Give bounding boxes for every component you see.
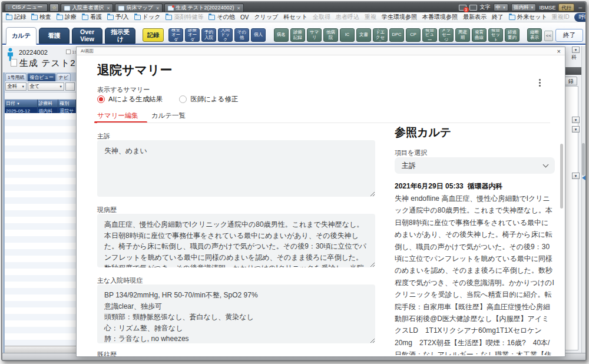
menu-item-refresh[interactable]: 最新表示 xyxy=(463,13,487,21)
proxy-button[interactable]: 代行 xyxy=(558,4,574,11)
health-dock-button[interactable]: 人間ドック xyxy=(218,28,233,42)
document-button[interactable]: 文書 xyxy=(356,28,371,42)
checkbox[interactable] xyxy=(66,49,71,54)
message-button[interactable]: メッセージ xyxy=(439,28,454,42)
type-filter-select[interactable]: 全て▼ xyxy=(28,82,64,91)
care-order-button[interactable]: 診療オーダ xyxy=(185,28,200,42)
patient-id: 20224002 xyxy=(19,49,48,56)
menu-item-pharmacy: 薬剤特健等 xyxy=(166,13,203,21)
menu-item-outpatient-set[interactable]: 外来セット xyxy=(509,13,547,21)
minimize-button[interactable]: – xyxy=(578,4,582,11)
other-order-button[interactable]: その他 xyxy=(234,28,249,42)
menu-item-quit[interactable]: 終了 xyxy=(492,13,504,21)
progress-summary-button[interactable]: 経過要約 xyxy=(505,28,519,42)
ic-button[interactable]: IC xyxy=(340,28,355,42)
dialog-titlebar[interactable]: AI画面 × xyxy=(77,47,565,55)
radio-doctor-edited[interactable]: 医師による修正 xyxy=(179,95,238,104)
cp-button[interactable]: CP xyxy=(406,28,421,42)
menu-item-student-env[interactable]: 学生環境参照 xyxy=(382,13,417,21)
extra-filter-select[interactable] xyxy=(65,82,75,91)
tab-label: 生成 テスト2(20224002) xyxy=(176,4,234,12)
dropdown-stub[interactable]: ▼ xyxy=(572,126,580,133)
partial-tab-record[interactable]: 録 xyxy=(564,77,577,85)
tab-summary-edit[interactable]: サマリー編集 xyxy=(97,111,138,120)
patient-name-checkbox[interactable] xyxy=(11,59,17,67)
department-filter-select[interactable]: 全科▼ xyxy=(5,82,27,91)
dropdown-stub[interactable]: ▼ xyxy=(572,47,580,53)
menubar-right: 外来セット 重複ID 呼吸器内科 xyxy=(509,13,587,22)
column-type[interactable]: 種別 xyxy=(58,100,76,107)
filter-value: 全科 xyxy=(7,83,17,90)
menu-item-other[interactable]: その他 xyxy=(209,13,234,21)
admission-findings-textarea[interactable]: BP 134/92mmHg, HR 50-70/min不整, SpO2 97% … xyxy=(97,284,375,343)
sidebar-tab-sheet1[interactable]: 1号用紙 xyxy=(5,73,27,81)
menu-item-ov[interactable]: OV xyxy=(240,14,249,21)
other-hospital-button[interactable]: 他病院 xyxy=(323,28,338,42)
chief-complaint-textarea[interactable]: 失神、めまい xyxy=(97,140,375,197)
exam-order-button[interactable]: 検査オーダ xyxy=(168,28,183,42)
tab-overview[interactable]: Over View xyxy=(72,28,102,44)
word-excel-button[interactable]: ワードエクセル xyxy=(373,28,388,42)
composite-view-button[interactable]: 複合ビュー xyxy=(422,28,437,42)
menu-item-reserve[interactable]: 予/入 xyxy=(107,13,129,21)
menu-label: 重複 xyxy=(365,13,376,21)
summary-button[interactable]: サマリ xyxy=(307,28,322,42)
sort-icon: ▼ xyxy=(16,102,19,105)
scrollbar-thumb[interactable] xyxy=(582,143,585,176)
close-icon[interactable]: × xyxy=(237,5,240,11)
reserve-admission-button[interactable]: 予約入院 xyxy=(201,28,216,42)
menu-item-dock[interactable]: ドック xyxy=(134,13,161,21)
order-button-group: 検査オーダ 診療オーダ 予約入院 人間ドック その他 個人 xyxy=(168,28,266,44)
record-button[interactable]: 記録 xyxy=(143,28,164,42)
dialog-close-button[interactable]: × xyxy=(557,47,561,55)
column-department[interactable]: 診療科 xyxy=(38,100,59,107)
personal-button[interactable]: 個人 xyxy=(251,28,266,42)
font-size-select[interactable]: 中 ▼ xyxy=(494,4,508,11)
dropdown-stub[interactable]: ▼ xyxy=(572,173,580,179)
sidebar-tab-composite-view[interactable]: 複合ビュー xyxy=(27,73,55,81)
menu-item-prod-env[interactable]: 本番環境参照 xyxy=(422,13,458,21)
menu-item-nursing[interactable]: 看護 xyxy=(82,13,102,21)
menu-item-get-all: 全取得 xyxy=(313,13,330,21)
kebab-menu-icon[interactable] xyxy=(539,78,541,88)
tab-patient-generate[interactable]: 生成 テスト2(20224002) × xyxy=(164,4,243,12)
document-list-empty[interactable] xyxy=(5,113,76,346)
composite-set-button[interactable]: 複合セット xyxy=(488,28,503,42)
present-illness-textarea[interactable]: 高血圧症、慢性心房細動でIクリニック通院中の80歳男性。これまで失神歴なし。 本… xyxy=(97,214,375,267)
column-date[interactable]: 日付 ▼ xyxy=(5,100,38,107)
menu-item-dept-set[interactable]: 科セット xyxy=(283,13,307,21)
sidebar-tab-navi[interactable]: ナビ xyxy=(57,73,71,81)
collapse-button[interactable]: << xyxy=(544,31,553,41)
external-screen-icon[interactable] xyxy=(469,5,477,11)
toolbar: カルテ 看護 Over View 指示受け 記録 検査オーダ 診療オーダ 予約入… xyxy=(2,22,585,45)
menu-item-record[interactable]: 記録 xyxy=(6,13,26,21)
favorite-star-button[interactable]: ☆ xyxy=(49,4,59,12)
close-icon[interactable]: × xyxy=(156,5,159,11)
cis-menu-button[interactable]: ↓ CISメニュー xyxy=(5,4,48,12)
tab-nursing[interactable]: 看護 xyxy=(39,28,70,44)
notifications-icon[interactable]: 3 xyxy=(459,5,466,11)
tab-bed-map[interactable]: 病床マップ × xyxy=(115,4,163,12)
vertical-scrollbar[interactable] xyxy=(581,46,585,353)
close-icon[interactable]: × xyxy=(107,5,110,11)
exit-button[interactable]: 終了 xyxy=(555,29,583,42)
department-select[interactable]: 循内科 ▼ xyxy=(511,4,536,11)
growth-curve-button[interactable]: 発育曲線 xyxy=(472,28,487,42)
menu-item-clip[interactable]: クリップ xyxy=(254,13,278,21)
radio-ai-generated[interactable]: AIによる生成結果 xyxy=(97,95,163,104)
menu-item-exam[interactable]: 検査 xyxy=(31,13,51,21)
document-button-group: 病名 診療記録 サマリ 他病院 IC 文書 ワードエクセル DPC CP 複合ビ… xyxy=(274,28,519,44)
care-record-button[interactable]: 診療記録 xyxy=(290,28,305,42)
perinatal-button[interactable]: 周産期 xyxy=(455,28,470,42)
vertical-view-button[interactable]: 縦断表示 xyxy=(527,28,542,42)
tab-karte[interactable]: カルテ xyxy=(6,27,37,45)
dropdown-stub[interactable]: ▼ xyxy=(572,117,580,123)
disease-name-button[interactable]: 病名 xyxy=(274,28,289,42)
tab-karte-list[interactable]: カルテ一覧 xyxy=(151,111,186,120)
reference-item-select[interactable]: 主訴 xyxy=(395,157,555,174)
tab-order-receive[interactable]: 指示受け xyxy=(105,28,135,44)
dialog-scrollbar-thumb[interactable] xyxy=(560,144,563,209)
menu-item-care[interactable]: 診療 xyxy=(57,13,77,21)
dpc-button[interactable]: DPC xyxy=(389,28,404,42)
tab-inpatient-select[interactable]: 入院患者選択 × xyxy=(61,4,113,12)
